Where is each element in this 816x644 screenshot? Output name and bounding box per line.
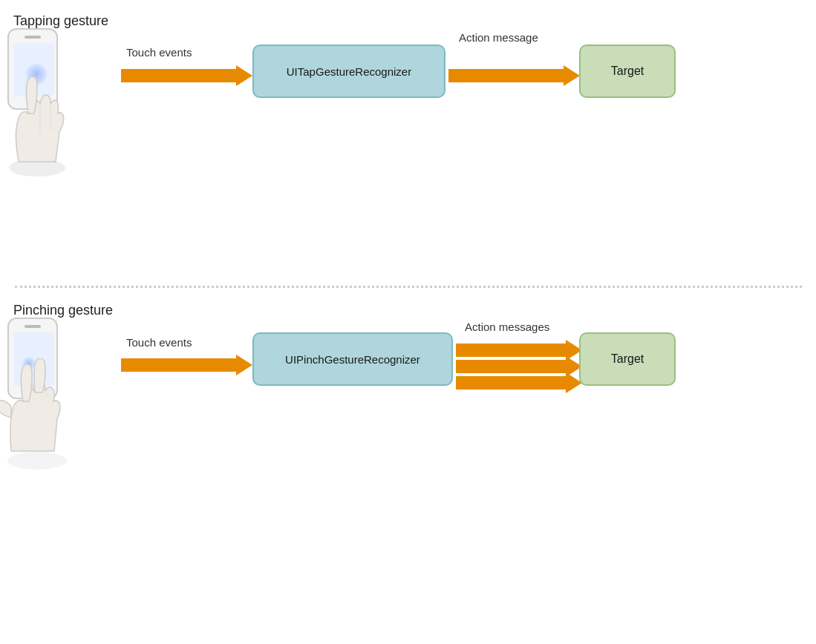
diagram-container: Tapping gesture Touch events: [0, 0, 816, 644]
arrow-touch-to-recognizer-bottom: [121, 355, 252, 375]
pinching-hand-icon: [0, 358, 85, 470]
tapping-gesture-title: Tapping gesture: [13, 13, 108, 29]
arrow-touch-to-recognizer-top: [121, 65, 252, 86]
svg-point-3: [7, 452, 67, 470]
phone-illustration-top: [7, 28, 58, 110]
pinch-recognizer-box: UIPinchGestureRecognizer: [252, 332, 453, 386]
arrow-pinch-3: [456, 372, 582, 393]
tapping-hand-icon: [0, 73, 82, 177]
pinch-target-box: Target: [579, 332, 676, 386]
touch-events-label-bottom: Touch events: [126, 336, 192, 349]
phone-speaker: [25, 36, 41, 39]
arrow-recognizer-to-target-top: [448, 65, 580, 86]
phone-illustration-bottom: [7, 318, 58, 399]
action-message-label-top: Action message: [459, 31, 538, 44]
tap-target-box: Target: [579, 45, 676, 98]
touch-events-label-top: Touch events: [126, 46, 192, 59]
phone-speaker-bottom: [25, 325, 41, 328]
tap-recognizer-box: UITapGestureRecognizer: [252, 45, 445, 98]
action-messages-label-bottom: Action messages: [465, 321, 549, 333]
dotted-divider: [15, 286, 802, 288]
pinching-gesture-title: Pinching gesture: [13, 303, 113, 318]
